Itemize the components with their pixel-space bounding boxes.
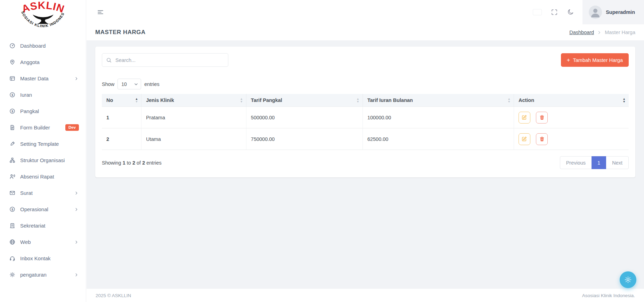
avatar [589, 6, 602, 19]
footer: 2025 © ASKLLIN Asosiasi Klinik Indonesia… [87, 289, 644, 302]
sidebar-item-label: Dashboard [20, 43, 79, 49]
map-pin-icon [9, 59, 15, 65]
column-header-tarif-pangkal[interactable]: Tarif Pangkal ▲▼ [246, 94, 362, 107]
sidebar-item-iuran[interactable]: $ Iuran [0, 87, 86, 103]
gear-icon [624, 276, 632, 284]
dark-mode-button[interactable] [562, 0, 578, 24]
app-logo[interactable]: ASKLIN ASOSIASI KLINIK INDONESIA [0, 0, 86, 37]
entries-label: entries [144, 81, 160, 87]
edit-button[interactable] [519, 133, 530, 145]
dev-badge: Dev [65, 124, 79, 131]
cell-tarif-pangkal: 750000.00 [246, 128, 362, 150]
sidebar-item-label: Pangkal [20, 108, 79, 114]
topbar-actions: Superadmin [528, 0, 644, 24]
edit-button[interactable] [519, 112, 530, 124]
cell-jenis-klinik: Utama [141, 128, 246, 150]
sidebar-item-label: Setting Template [20, 141, 79, 147]
page-header: MASTER HARGA Dashboard Master Harga [87, 24, 644, 40]
breadcrumb: Dashboard Master Harga [569, 30, 635, 35]
sidebar-item-sekretariat[interactable]: Sekretariat [0, 217, 86, 234]
sidebar-item-operasional[interactable]: $ Operasional [0, 201, 86, 217]
trash-icon [539, 114, 545, 120]
sidebar-item-label: Sekretariat [20, 223, 79, 229]
sidebar-item-surat[interactable]: Surat [0, 185, 86, 201]
footer-org-name: Asosiasi Klinik Indonesia. [582, 293, 635, 298]
topbar: Superadmin [87, 0, 644, 24]
sidebar-item-master-data[interactable]: Master Data [0, 70, 86, 87]
sort-icon: ▲▼ [623, 98, 626, 103]
svg-text:$: $ [11, 110, 13, 113]
asklin-logo-icon: ASKLIN ASOSIASI KLINIK INDONESIA [14, 1, 72, 35]
search-input[interactable] [102, 53, 228, 67]
pagination: Previous 1 Next [560, 156, 629, 169]
column-header-tarif-iuran-bulanan[interactable]: Tarif Iuran Bulanan ▲▼ [362, 94, 514, 107]
sitemap-icon [9, 157, 15, 163]
master-harga-table: No ▲▼ Jenis Klinik ▲▼ Tarif Pangkal ▲▼ [102, 94, 629, 150]
document-icon [9, 125, 15, 130]
pagination-page-1-button[interactable]: 1 [592, 156, 606, 169]
master-harga-card: + Tambah Master Harga Show 10 entries [95, 47, 635, 177]
delete-button[interactable] [536, 133, 548, 145]
sidebar-item-anggota[interactable]: Anggota [0, 54, 86, 70]
sidebar-item-label: Absensi Rapat [20, 174, 79, 180]
layout-icon [9, 76, 15, 81]
sidebar-toggle-button[interactable] [97, 0, 108, 24]
theme-settings-fab[interactable] [620, 271, 636, 288]
sidebar-item-inbox-kontak[interactable]: Inbox Kontak [0, 250, 86, 267]
page-size-control: Show 10 entries [102, 79, 629, 89]
card-toolbar: + Tambah Master Harga [102, 53, 629, 67]
sidebar-item-dashboard[interactable]: Dashboard [0, 38, 86, 54]
dollar-coin-icon: $ [9, 92, 15, 98]
pagination-previous-button[interactable]: Previous [560, 156, 592, 169]
chevron-right-icon [74, 207, 79, 212]
edit-pencil-icon [521, 114, 527, 120]
sidebar-item-pangkal[interactable]: $ Pangkal [0, 103, 86, 119]
column-header-action[interactable]: Action ▲▼ [514, 94, 629, 107]
delete-button[interactable] [536, 112, 548, 124]
page-size-select[interactable]: 10 [117, 79, 141, 89]
cell-tarif-iuran-bulanan: 100000.00 [362, 107, 514, 128]
sidebar-item-struktur-organisasi[interactable]: Struktur Organisasi [0, 152, 86, 168]
sidebar-item-label: Master Data [20, 76, 69, 81]
sidebar-item-label: pengaturan [20, 272, 69, 278]
sidebar-item-web[interactable]: Web [0, 234, 86, 250]
page-size-select-wrap: 10 [117, 79, 141, 89]
footer-copyright: 2025 © ASKLLIN [96, 293, 131, 298]
svg-text:$: $ [11, 208, 13, 211]
fullscreen-icon [551, 9, 558, 16]
cell-jenis-klinik: Pratama [141, 107, 246, 128]
sidebar-item-form-builder[interactable]: Form Builder Dev [0, 119, 86, 136]
brush-icon [9, 141, 15, 147]
pagination-next-button[interactable]: Next [606, 156, 629, 169]
sidebar-item-absensi-rapat[interactable]: Absensi Rapat [0, 168, 86, 185]
cell-action [514, 128, 629, 150]
hamburger-icon [97, 9, 104, 16]
sidebar-item-pengaturan[interactable]: pengaturan [0, 267, 86, 283]
breadcrumb-chevron-icon [597, 30, 602, 35]
sidebar-item-setting-template[interactable]: Setting Template [0, 136, 86, 152]
user-menu[interactable]: Superadmin [582, 0, 644, 24]
chevron-right-icon [74, 240, 79, 245]
column-header-no[interactable]: No ▲▼ [102, 94, 141, 107]
table-header-row: No ▲▼ Jenis Klinik ▲▼ Tarif Pangkal ▲▼ [102, 94, 629, 107]
tambah-master-harga-button[interactable]: + Tambah Master Harga [561, 53, 629, 67]
table-footer: Showing 1 to 2 of 2 entries Previous 1 N… [102, 156, 629, 169]
column-header-jenis-klinik[interactable]: Jenis Klinik ▲▼ [141, 94, 246, 107]
content-area: + Tambah Master Harga Show 10 entries [87, 40, 644, 289]
edit-pencil-icon [521, 136, 527, 142]
table-row: 1 Pratama 500000.00 100000.00 [102, 107, 629, 128]
main-area: Superadmin MASTER HARGA Dashboard Master… [87, 0, 644, 302]
info-total: 2 [142, 160, 145, 166]
indonesia-flag-icon [533, 9, 542, 15]
sidebar-item-label: Surat [20, 190, 69, 196]
svg-text:$: $ [11, 93, 13, 97]
sort-icon: ▲▼ [135, 98, 138, 103]
globe-icon [9, 239, 15, 245]
add-button-label: Tambah Master Harga [573, 57, 623, 63]
sort-icon: ▲▼ [240, 98, 243, 103]
fullscreen-button[interactable] [546, 0, 562, 24]
cell-tarif-iuran-bulanan: 62500.00 [362, 128, 514, 150]
breadcrumb-dashboard-link[interactable]: Dashboard [569, 30, 594, 35]
headset-icon [9, 255, 15, 261]
language-flag-button[interactable] [528, 0, 546, 24]
